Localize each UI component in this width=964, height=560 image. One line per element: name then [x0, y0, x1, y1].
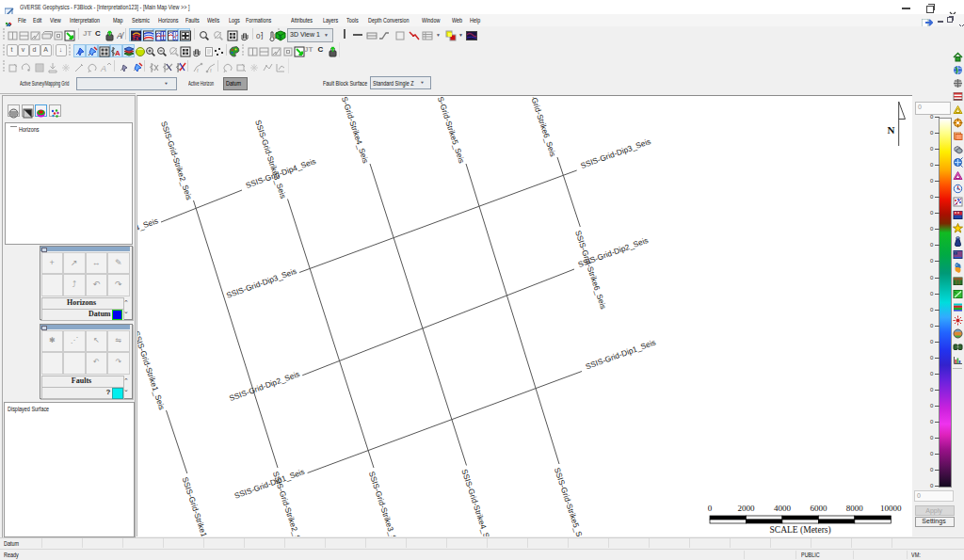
svg-text:SSIS-Grid-Strike1_Seis: SSIS-Grid-Strike1_Seis	[137, 329, 167, 410]
svg-text:SSIS-Grid-Dip3_Seis: SSIS-Grid-Dip3_Seis	[225, 266, 297, 300]
svg-text:SSIS-Grid-Strike2_Seis: SSIS-Grid-Strike2_Seis	[159, 120, 194, 200]
svg-text:SSIS-Grid-Strike5_Seis: SSIS-Grid-Strike5_Seis	[432, 97, 467, 165]
svg-text:6000: 6000	[810, 504, 827, 513]
svg-text:SSIS-Grid-Dip1_Seis: SSIS-Grid-Dip1_Seis	[233, 467, 306, 501]
svg-text:4000: 4000	[774, 504, 792, 513]
svg-text:N: N	[888, 124, 895, 136]
svg-text:A: A	[115, 49, 120, 57]
svg-text:S: S	[279, 34, 282, 40]
svg-text:SSIS-Grid-Dip1_Seis: SSIS-Grid-Dip1_Seis	[584, 337, 656, 371]
svg-text:SSIS-Grid-Strike5_Seis: SSIS-Grid-Strike5_Seis	[553, 466, 587, 536]
svg-text:0: 0	[708, 504, 713, 513]
svg-text:SSIS-Grid-Strike1_Seis: SSIS-Grid-Strike1_Seis	[181, 475, 216, 536]
svg-text:SSIS-Grid-Strike4_Seis: SSIS-Grid-Strike4_Seis	[336, 97, 371, 165]
svg-text:0⁆: 0⁆	[256, 32, 264, 40]
svg-text:SSIS-Grid-Strike6_Seis: SSIS-Grid-Strike6_Seis	[573, 229, 608, 310]
svg-text:SSIS-Grid-Strike4_Seis: SSIS-Grid-Strike4_Seis	[459, 468, 494, 536]
svg-text:8000: 8000	[846, 504, 864, 513]
svg-text:FX: FX	[133, 36, 139, 41]
svg-text:A̸: A̸	[117, 31, 124, 40]
svg-text:f: f	[197, 68, 199, 73]
svg-text:SSIS-Grid-Dip3_Seis: SSIS-Grid-Dip3_Seis	[579, 136, 651, 170]
svg-text:SSIS-Grid-Dip2_Seis: SSIS-Grid-Dip2_Seis	[228, 369, 300, 403]
svg-text:f: f	[210, 68, 212, 73]
svg-text:SCALE (Meters): SCALE (Meters)	[770, 525, 831, 536]
svg-text:SSIS-Grid-Strike3_Seis: SSIS-Grid-Strike3_Seis	[253, 119, 288, 200]
svg-text:2000: 2000	[737, 504, 755, 513]
svg-text:SSIS-Grid-Strike3_Seis: SSIS-Grid-Strike3_Seis	[367, 470, 402, 536]
svg-text:SSIS-Grid-Dip4_Seis: SSIS-Grid-Dip4_Seis	[137, 216, 159, 249]
svg-text:10000: 10000	[880, 504, 902, 513]
svg-text:SSIS-Grid-Strike6_Seis: SSIS-Grid-Strike6_Seis	[523, 97, 558, 158]
svg-text:A: A	[100, 64, 106, 73]
